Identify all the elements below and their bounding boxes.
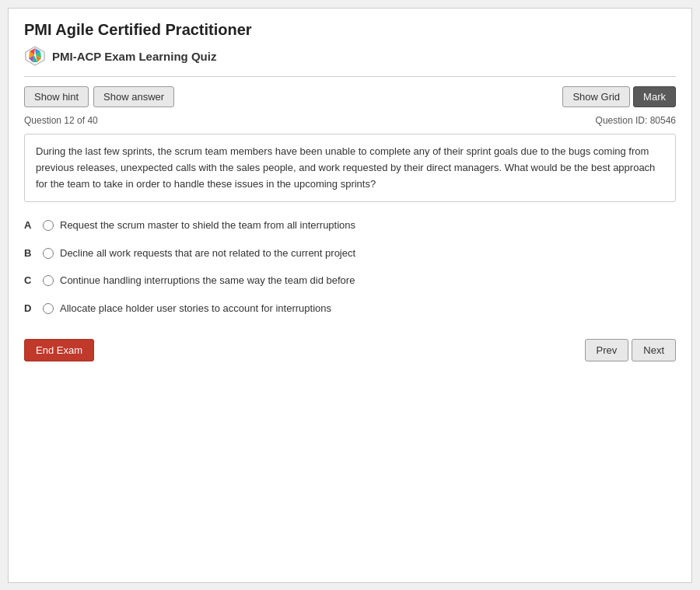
nav-right: Prev Next bbox=[585, 339, 676, 361]
end-exam-button[interactable]: End Exam bbox=[24, 339, 94, 361]
question-meta: Question 12 of 40 Question ID: 80546 bbox=[24, 115, 676, 126]
option-letter-b: B bbox=[24, 246, 37, 259]
option-row-d: D Allocate place holder user stories to … bbox=[24, 301, 676, 316]
page-title: PMI Agile Certified Practitioner bbox=[24, 21, 676, 39]
prev-button[interactable]: Prev bbox=[585, 339, 629, 361]
question-text: During the last few sprints, the scrum t… bbox=[36, 145, 655, 190]
question-counter: Question 12 of 40 bbox=[24, 115, 98, 126]
show-hint-button[interactable]: Show hint bbox=[24, 86, 89, 107]
option-radio-c[interactable] bbox=[43, 275, 54, 286]
option-text-d: Allocate place holder user stories to ac… bbox=[60, 301, 331, 316]
toolbar-right: Show Grid Mark bbox=[562, 86, 676, 107]
pmi-logo-icon bbox=[24, 45, 46, 67]
option-row-a: A Request the scrum master to shield the… bbox=[24, 218, 676, 233]
show-answer-button[interactable]: Show answer bbox=[93, 86, 174, 107]
option-text-c: Continue handling interruptions the same… bbox=[60, 273, 355, 288]
question-box: During the last few sprints, the scrum t… bbox=[24, 134, 676, 202]
option-text-b: Decline all work requests that are not r… bbox=[60, 246, 355, 261]
option-radio-b[interactable] bbox=[43, 248, 54, 259]
option-text-a: Request the scrum master to shield the t… bbox=[60, 218, 355, 233]
option-radio-d[interactable] bbox=[43, 303, 54, 314]
option-letter-d: D bbox=[24, 301, 37, 314]
next-button[interactable]: Next bbox=[632, 339, 676, 361]
svg-marker-0 bbox=[26, 47, 44, 65]
main-container: PMI Agile Certified Practitioner PMI-ACP… bbox=[8, 8, 692, 583]
option-radio-a[interactable] bbox=[43, 220, 54, 231]
option-row-c: C Continue handling interruptions the sa… bbox=[24, 273, 676, 288]
question-id: Question ID: 80546 bbox=[596, 115, 676, 126]
toolbar-left: Show hint Show answer bbox=[24, 86, 174, 107]
footer-nav: End Exam Prev Next bbox=[24, 339, 676, 361]
option-letter-a: A bbox=[24, 218, 37, 231]
option-row-b: B Decline all work requests that are not… bbox=[24, 246, 676, 261]
subtitle-row: PMI-ACP Exam Learning Quiz bbox=[24, 45, 676, 77]
options-list: A Request the scrum master to shield the… bbox=[24, 218, 676, 316]
mark-button[interactable]: Mark bbox=[633, 86, 676, 107]
subtitle-text: PMI-ACP Exam Learning Quiz bbox=[52, 50, 216, 63]
toolbar: Show hint Show answer Show Grid Mark bbox=[24, 86, 676, 107]
show-grid-button[interactable]: Show Grid bbox=[562, 86, 630, 107]
option-letter-c: C bbox=[24, 273, 37, 286]
